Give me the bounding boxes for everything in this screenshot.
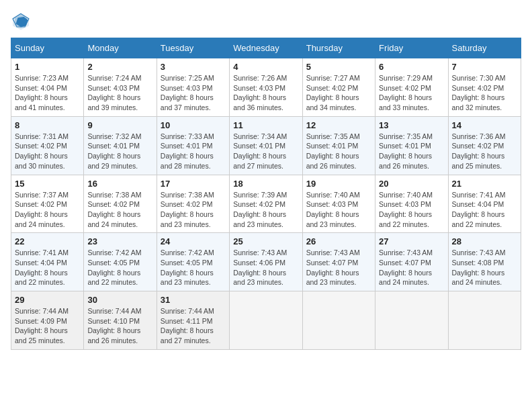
calendar-cell: 9 Sunrise: 7:32 AM Sunset: 4:01 PM Dayli…	[84, 116, 157, 175]
calendar-cell: 8 Sunrise: 7:31 AM Sunset: 4:02 PM Dayli…	[11, 116, 84, 175]
day-number: 9	[87, 120, 152, 130]
calendar-header-row: SundayMondayTuesdayWednesdayThursdayFrid…	[11, 38, 521, 58]
calendar-cell: 17 Sunrise: 7:38 AM Sunset: 4:02 PM Dayl…	[157, 175, 229, 233]
day-number: 25	[233, 236, 298, 246]
calendar-cell: 4 Sunrise: 7:26 AM Sunset: 4:03 PM Dayli…	[230, 58, 302, 117]
day-detail: Sunrise: 7:35 AM Sunset: 4:01 PM Dayligh…	[306, 132, 371, 171]
calendar-cell: 20 Sunrise: 7:40 AM Sunset: 4:03 PM Dayl…	[375, 175, 448, 233]
calendar-cell: 21 Sunrise: 7:41 AM Sunset: 4:04 PM Dayl…	[448, 175, 521, 233]
day-number: 4	[233, 62, 298, 72]
calendar-cell	[448, 291, 521, 350]
calendar-cell: 5 Sunrise: 7:27 AM Sunset: 4:02 PM Dayli…	[302, 58, 375, 117]
day-detail: Sunrise: 7:38 AM Sunset: 4:02 PM Dayligh…	[161, 190, 226, 230]
day-number: 15	[15, 179, 80, 189]
calendar-cell	[230, 291, 302, 350]
day-detail: Sunrise: 7:43 AM Sunset: 4:07 PM Dayligh…	[306, 248, 371, 287]
day-detail: Sunrise: 7:23 AM Sunset: 4:04 PM Dayligh…	[15, 73, 80, 113]
page-header	[11, 11, 521, 31]
day-number: 26	[306, 236, 371, 246]
day-detail: Sunrise: 7:35 AM Sunset: 4:01 PM Dayligh…	[379, 132, 444, 171]
logo-icon	[11, 11, 31, 31]
day-number: 2	[87, 62, 152, 72]
day-detail: Sunrise: 7:33 AM Sunset: 4:01 PM Dayligh…	[161, 132, 226, 171]
calendar-cell: 13 Sunrise: 7:35 AM Sunset: 4:01 PM Dayl…	[375, 116, 448, 175]
day-number: 16	[87, 179, 152, 189]
day-header-sunday: Sunday	[11, 38, 84, 58]
day-detail: Sunrise: 7:32 AM Sunset: 4:01 PM Dayligh…	[87, 132, 152, 171]
calendar-cell: 6 Sunrise: 7:29 AM Sunset: 4:02 PM Dayli…	[375, 58, 448, 117]
day-detail: Sunrise: 7:43 AM Sunset: 4:08 PM Dayligh…	[452, 248, 517, 287]
day-number: 18	[233, 179, 298, 189]
day-number: 30	[87, 295, 152, 305]
day-detail: Sunrise: 7:42 AM Sunset: 4:05 PM Dayligh…	[87, 248, 152, 287]
day-number: 1	[15, 62, 80, 72]
day-number: 19	[306, 179, 371, 189]
day-detail: Sunrise: 7:26 AM Sunset: 4:03 PM Dayligh…	[233, 73, 298, 113]
day-detail: Sunrise: 7:40 AM Sunset: 4:03 PM Dayligh…	[306, 190, 371, 230]
day-header-tuesday: Tuesday	[157, 38, 229, 58]
calendar-cell: 11 Sunrise: 7:34 AM Sunset: 4:01 PM Dayl…	[230, 116, 302, 175]
day-number: 14	[452, 120, 517, 130]
day-number: 7	[452, 62, 517, 72]
day-header-friday: Friday	[375, 38, 448, 58]
calendar-cell: 14 Sunrise: 7:36 AM Sunset: 4:02 PM Dayl…	[448, 116, 521, 175]
day-header-monday: Monday	[84, 38, 157, 58]
day-number: 12	[306, 120, 371, 130]
day-number: 17	[161, 179, 226, 189]
day-detail: Sunrise: 7:41 AM Sunset: 4:04 PM Dayligh…	[452, 190, 517, 230]
calendar-cell: 25 Sunrise: 7:43 AM Sunset: 4:06 PM Dayl…	[230, 233, 302, 291]
calendar-cell	[375, 291, 448, 350]
calendar-cell: 23 Sunrise: 7:42 AM Sunset: 4:05 PM Dayl…	[84, 233, 157, 291]
logo	[11, 11, 34, 31]
calendar-cell: 26 Sunrise: 7:43 AM Sunset: 4:07 PM Dayl…	[302, 233, 375, 291]
day-number: 23	[87, 236, 152, 246]
calendar-cell: 31 Sunrise: 7:44 AM Sunset: 4:11 PM Dayl…	[157, 291, 229, 350]
day-header-thursday: Thursday	[302, 38, 375, 58]
calendar-cell: 18 Sunrise: 7:39 AM Sunset: 4:02 PM Dayl…	[230, 175, 302, 233]
calendar-cell: 19 Sunrise: 7:40 AM Sunset: 4:03 PM Dayl…	[302, 175, 375, 233]
calendar-week-row: 8 Sunrise: 7:31 AM Sunset: 4:02 PM Dayli…	[11, 116, 521, 175]
calendar-cell: 10 Sunrise: 7:33 AM Sunset: 4:01 PM Dayl…	[157, 116, 229, 175]
day-detail: Sunrise: 7:43 AM Sunset: 4:07 PM Dayligh…	[379, 248, 444, 287]
day-number: 10	[161, 120, 226, 130]
calendar-week-row: 22 Sunrise: 7:41 AM Sunset: 4:04 PM Dayl…	[11, 233, 521, 291]
calendar-week-row: 15 Sunrise: 7:37 AM Sunset: 4:02 PM Dayl…	[11, 175, 521, 233]
calendar-cell: 12 Sunrise: 7:35 AM Sunset: 4:01 PM Dayl…	[302, 116, 375, 175]
calendar-cell: 30 Sunrise: 7:44 AM Sunset: 4:10 PM Dayl…	[84, 291, 157, 350]
day-number: 8	[15, 120, 80, 130]
day-number: 6	[379, 62, 444, 72]
calendar-cell: 22 Sunrise: 7:41 AM Sunset: 4:04 PM Dayl…	[11, 233, 84, 291]
calendar-week-row: 1 Sunrise: 7:23 AM Sunset: 4:04 PM Dayli…	[11, 58, 521, 117]
day-number: 22	[15, 236, 80, 246]
day-detail: Sunrise: 7:41 AM Sunset: 4:04 PM Dayligh…	[15, 248, 80, 287]
day-detail: Sunrise: 7:30 AM Sunset: 4:02 PM Dayligh…	[452, 73, 517, 113]
day-number: 13	[379, 120, 444, 130]
day-detail: Sunrise: 7:36 AM Sunset: 4:02 PM Dayligh…	[452, 132, 517, 171]
calendar-cell: 1 Sunrise: 7:23 AM Sunset: 4:04 PM Dayli…	[11, 58, 84, 117]
calendar-cell: 29 Sunrise: 7:44 AM Sunset: 4:09 PM Dayl…	[11, 291, 84, 350]
day-detail: Sunrise: 7:31 AM Sunset: 4:02 PM Dayligh…	[15, 132, 80, 171]
calendar-cell: 7 Sunrise: 7:30 AM Sunset: 4:02 PM Dayli…	[448, 58, 521, 117]
calendar-cell	[302, 291, 375, 350]
day-detail: Sunrise: 7:38 AM Sunset: 4:02 PM Dayligh…	[87, 190, 152, 230]
day-number: 29	[15, 295, 80, 305]
day-header-wednesday: Wednesday	[230, 38, 302, 58]
day-number: 20	[379, 179, 444, 189]
calendar-cell: 3 Sunrise: 7:25 AM Sunset: 4:03 PM Dayli…	[157, 58, 229, 117]
calendar-cell: 24 Sunrise: 7:42 AM Sunset: 4:05 PM Dayl…	[157, 233, 229, 291]
day-detail: Sunrise: 7:42 AM Sunset: 4:05 PM Dayligh…	[161, 248, 226, 287]
day-detail: Sunrise: 7:25 AM Sunset: 4:03 PM Dayligh…	[161, 73, 226, 113]
calendar-cell: 28 Sunrise: 7:43 AM Sunset: 4:08 PM Dayl…	[448, 233, 521, 291]
day-detail: Sunrise: 7:44 AM Sunset: 4:10 PM Dayligh…	[87, 306, 152, 346]
day-header-saturday: Saturday	[448, 38, 521, 58]
day-number: 24	[161, 236, 226, 246]
calendar-cell: 27 Sunrise: 7:43 AM Sunset: 4:07 PM Dayl…	[375, 233, 448, 291]
day-number: 3	[161, 62, 226, 72]
calendar-cell: 15 Sunrise: 7:37 AM Sunset: 4:02 PM Dayl…	[11, 175, 84, 233]
day-number: 21	[452, 179, 517, 189]
day-detail: Sunrise: 7:24 AM Sunset: 4:03 PM Dayligh…	[87, 73, 152, 113]
day-detail: Sunrise: 7:37 AM Sunset: 4:02 PM Dayligh…	[15, 190, 80, 230]
calendar-cell: 2 Sunrise: 7:24 AM Sunset: 4:03 PM Dayli…	[84, 58, 157, 117]
day-detail: Sunrise: 7:29 AM Sunset: 4:02 PM Dayligh…	[379, 73, 444, 113]
day-number: 5	[306, 62, 371, 72]
